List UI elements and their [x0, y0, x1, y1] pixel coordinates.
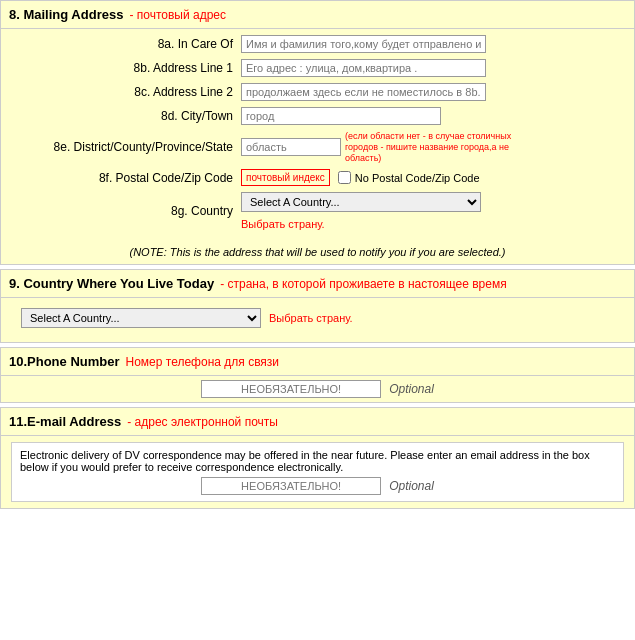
- section-11-title: 11.E-mail Address: [9, 414, 121, 429]
- section-8-body: 8a. In Care Of 8b. Address Line 1 8c. Ad…: [1, 29, 634, 242]
- row-8d: 8d. City/Town: [11, 107, 624, 125]
- section-10-subtitle: Номер телефона для связи: [126, 355, 280, 369]
- section-11-subtitle: - адрес электронной почты: [127, 415, 278, 429]
- input-8e[interactable]: [241, 138, 341, 156]
- label-8a: 8a. In Care Of: [11, 37, 241, 51]
- row-8e: 8e. District/County/Province/State (если…: [11, 131, 624, 163]
- phone-optional: Optional: [389, 382, 434, 396]
- no-postal-checkbox[interactable]: [338, 171, 351, 184]
- row-8f: 8f. Postal Code/Zip Code почтовый индекс…: [11, 169, 624, 186]
- field-8c: [241, 83, 624, 101]
- label-8e: 8e. District/County/Province/State: [11, 140, 241, 154]
- email-input[interactable]: [201, 477, 381, 495]
- input-8a[interactable]: [241, 35, 486, 53]
- section-10-body: Optional: [1, 376, 634, 402]
- row-8g: 8g. Country Select A Country... Выбрать …: [11, 192, 624, 230]
- input-8c[interactable]: [241, 83, 486, 101]
- section-11-body: Electronic delivery of DV correspondence…: [11, 442, 624, 502]
- section-10-header: 10.Phone Number Номер телефона для связи: [1, 348, 634, 376]
- field-8b: [241, 59, 624, 77]
- label-8f: 8f. Postal Code/Zip Code: [11, 171, 241, 185]
- row-8a: 8a. In Care Of: [11, 35, 624, 53]
- section-8-subtitle: - почтовый адрес: [129, 8, 226, 22]
- input-8d[interactable]: [241, 107, 441, 125]
- email-optional: Optional: [389, 479, 434, 493]
- vybrat-9: Выбрать страну.: [269, 312, 353, 324]
- input-8b[interactable]: [241, 59, 486, 77]
- country-row-9: Select A Country... Выбрать страну.: [11, 302, 624, 334]
- section-8: 8. Mailing Address - почтовый адрес 8a. …: [0, 0, 635, 265]
- section-10-title: 10.Phone Number: [9, 354, 120, 369]
- postal-tag: почтовый индекс: [241, 169, 330, 186]
- section-8-note: (NOTE: This is the address that will be …: [1, 242, 634, 264]
- section-9: 9. Country Where You Live Today - страна…: [0, 269, 635, 343]
- country-select-9[interactable]: Select A Country...: [21, 308, 261, 328]
- field-8a: [241, 35, 624, 53]
- label-8c: 8c. Address Line 2: [11, 85, 241, 99]
- label-8d: 8d. City/Town: [11, 109, 241, 123]
- phone-input[interactable]: [201, 380, 381, 398]
- label-8b: 8b. Address Line 1: [11, 61, 241, 75]
- section-9-title: 9. Country Where You Live Today: [9, 276, 214, 291]
- section-9-header: 9. Country Where You Live Today - страна…: [1, 270, 634, 298]
- field-8f: почтовый индекс No Postal Code/Zip Code: [241, 169, 624, 186]
- section-8-header: 8. Mailing Address - почтовый адрес: [1, 1, 634, 29]
- email-optional-row: Optional: [20, 477, 615, 495]
- section-9-body: Select A Country... Выбрать страну.: [1, 298, 634, 342]
- district-hint: (если области нет - в случае столичных г…: [345, 131, 545, 163]
- email-note-text: Electronic delivery of DV correspondence…: [20, 449, 615, 473]
- row-8b: 8b. Address Line 1: [11, 59, 624, 77]
- section-11-header: 11.E-mail Address - адрес электронной по…: [1, 408, 634, 436]
- section-11: 11.E-mail Address - адрес электронной по…: [0, 407, 635, 509]
- section-10: 10.Phone Number Номер телефона для связи…: [0, 347, 635, 403]
- field-8d: [241, 107, 624, 125]
- field-8e: (если области нет - в случае столичных г…: [241, 131, 624, 163]
- country-select-8g[interactable]: Select A Country...: [241, 192, 481, 212]
- field-8g: Select A Country... Выбрать страну.: [241, 192, 624, 230]
- section-9-subtitle: - страна, в которой проживаете в настоящ…: [220, 277, 507, 291]
- no-postal-label: No Postal Code/Zip Code: [355, 172, 480, 184]
- row-8c: 8c. Address Line 2: [11, 83, 624, 101]
- label-8g: 8g. Country: [11, 204, 241, 218]
- section-8-title: 8. Mailing Address: [9, 7, 123, 22]
- vybrat-8g: Выбрать страну.: [241, 218, 325, 230]
